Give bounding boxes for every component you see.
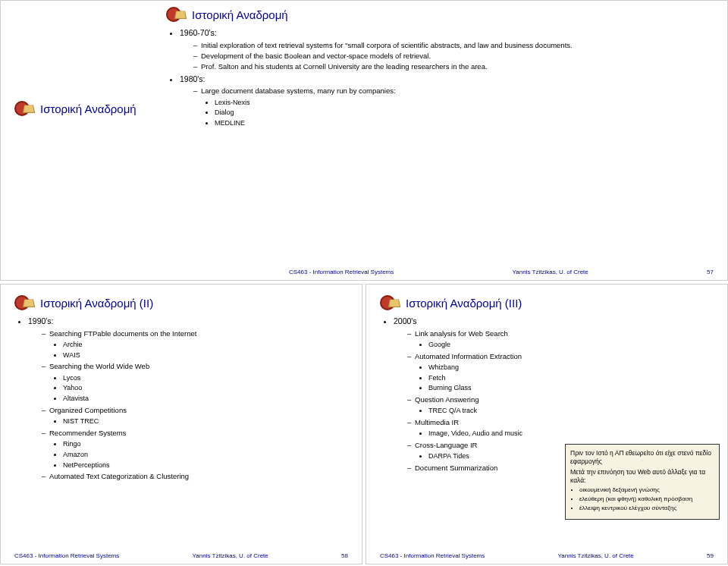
callout-item: ελεύθερη (και φθηνή) καθολική πρόσβαση (579, 495, 714, 503)
page-number: 58 (341, 552, 348, 559)
slide-footer: CS463 - Information Retrieval Systems Ya… (380, 552, 714, 559)
list-item: Recommender Systems Ringo Amazon NetPerc… (42, 429, 348, 470)
callout-box: Πριν τον Ιστό η ΑΠ εθεωρείτο ότι είχε στ… (565, 444, 720, 520)
footer-center: Yannis Tzitzikas, U. of Crete (193, 552, 268, 559)
list-item: Organized Competitions NIST TREC (42, 406, 348, 426)
left-title-text: Ιστορική Αναδρομή (40, 102, 136, 115)
list-item: Dialog (215, 108, 714, 118)
list-item: Ringo (63, 440, 348, 449)
callout-item: έλλειψη κεντρικού ελέγχου σύνταξης (579, 505, 714, 512)
list-item: Burning Glass (428, 384, 714, 393)
list-item: Altavista (63, 395, 348, 404)
page-number: 59 (707, 552, 714, 559)
list-item: Large document database systems, many ru… (193, 86, 714, 127)
list-item: Lexis-Nexis (215, 99, 714, 108)
heading-1960: 1960-70's: Initial exploration of text r… (180, 28, 714, 72)
heading-1980: 1980's: Large document database systems,… (180, 74, 714, 128)
left-title: Ιστορική Αναδρομή (14, 99, 136, 118)
list-item: Initial exploration of text retrieval sy… (193, 41, 714, 50)
list-item: Google (428, 341, 714, 350)
heading-1990: 1990's: Searching FTPable documents on t… (28, 316, 348, 482)
slide-2: Ιστορική Αναδρομή (II) 1990's: Searching… (0, 284, 362, 564)
book-icon (380, 294, 400, 312)
footer-left: CS463 - Information Retrieval Systems (14, 552, 119, 559)
list-item: Automated Text Categorization & Clusteri… (42, 472, 348, 481)
slide-3: Ιστορική Αναδρομή (III) 2000's Link anal… (366, 284, 728, 564)
list-item: Image, Video, Audio and music (428, 429, 714, 439)
list-item: Development of the basic Boolean and vec… (193, 52, 714, 61)
callout-item: οικουμενική δεξαμενή γνώσης (579, 486, 714, 494)
footer-center: Yannis Tzitzikas, U. of Crete (558, 552, 634, 559)
list-item: NIST TREC (63, 417, 348, 426)
list-item: NetPerceptions (63, 461, 348, 470)
slide-footer: CS463 - Information Retrieval Systems Ya… (14, 552, 348, 559)
slide-title-text: Ιστορική Αναδρομή (II) (40, 297, 153, 310)
list-item: Automated Information Extraction Whizban… (407, 352, 714, 393)
book-icon (14, 294, 34, 312)
list-item: Yahoo (63, 384, 348, 393)
slide-footer: CS463 - Information Retrieval Systems Ya… (289, 269, 714, 275)
list-item: Fetch (428, 374, 714, 383)
list-item: Archie (63, 341, 348, 350)
footer-left: CS463 - Information Retrieval Systems (289, 269, 394, 275)
list-item: Prof. Salton and his students at Cornell… (193, 62, 714, 71)
list-item: Multimedia IR Image, Video, Audio and mu… (407, 418, 714, 439)
footer-left: CS463 - Information Retrieval Systems (380, 552, 485, 559)
list-item: MEDLINE (215, 119, 714, 128)
page-number: 57 (707, 269, 714, 275)
callout-p2: Μετά την επινόηση του Web αυτό άλλαξε γι… (570, 468, 714, 484)
list-item: Link analysis for Web Search Google (407, 329, 714, 350)
footer-center: Yannis Tzitzikas, U. of Crete (513, 269, 588, 275)
slide-title-text: Ιστορική Αναδρομή (192, 8, 288, 21)
slide-title: Ιστορική Αναδρομή (III) (380, 294, 714, 312)
callout-p1: Πριν τον Ιστό η ΑΠ εθεωρείτο ότι είχε στ… (570, 449, 714, 465)
list-item: Searching the World Wide Web Lycos Yahoo… (42, 362, 348, 403)
list-item: Whizbang (428, 363, 714, 373)
list-item: Question Answering TREC Q/A track (407, 395, 714, 416)
book-icon (14, 99, 34, 118)
list-item: TREC Q/A track (428, 407, 714, 416)
slide-title-text: Ιστορική Αναδρομή (III) (406, 297, 522, 310)
list-item: WAIS (63, 351, 348, 360)
list-item: Searching FTPable documents on the Inter… (42, 329, 348, 360)
slide-title: Ιστορική Αναδρομή (166, 5, 714, 24)
list-item: Amazon (63, 451, 348, 460)
book-icon (166, 5, 186, 24)
slide-title: Ιστορική Αναδρομή (II) (14, 294, 348, 312)
list-item: Lycos (63, 374, 348, 383)
